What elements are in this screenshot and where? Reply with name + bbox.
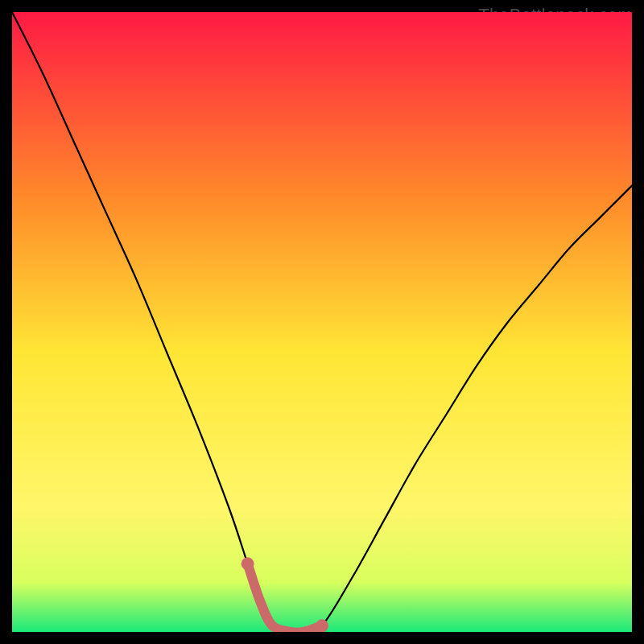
- bottleneck-plot: [12, 12, 632, 632]
- chart-stage: TheBottleneck.com: [0, 0, 644, 644]
- gradient-background: [12, 12, 632, 632]
- highlight-endpoint: [242, 557, 254, 570]
- highlight-endpoint: [316, 619, 328, 632]
